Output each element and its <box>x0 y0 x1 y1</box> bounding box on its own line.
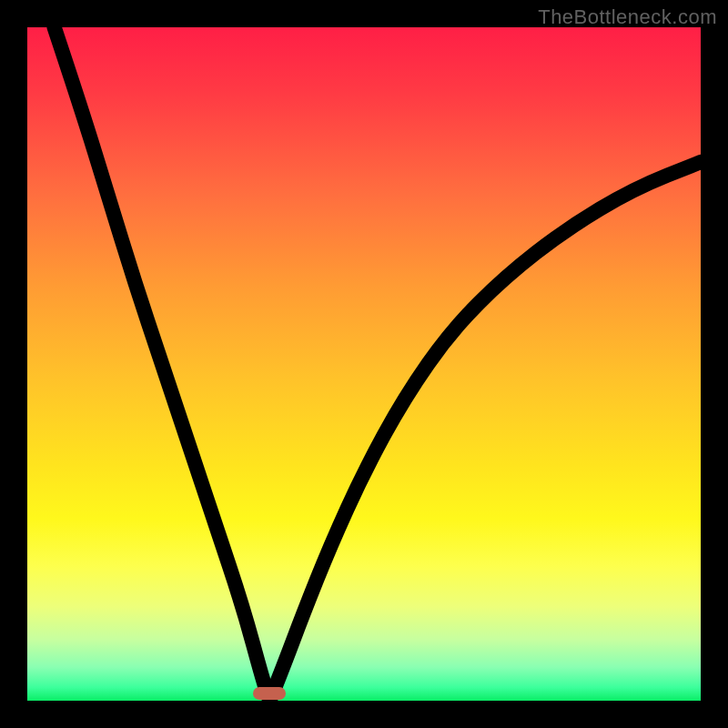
curve-left-branch <box>55 27 270 701</box>
optimal-region-marker <box>253 687 286 700</box>
watermark-text: TheBottleneck.com <box>538 5 717 29</box>
bottleneck-curve <box>27 27 701 701</box>
curve-right-branch <box>269 162 701 701</box>
plot-area <box>27 27 701 701</box>
chart-frame: TheBottleneck.com <box>0 0 728 728</box>
